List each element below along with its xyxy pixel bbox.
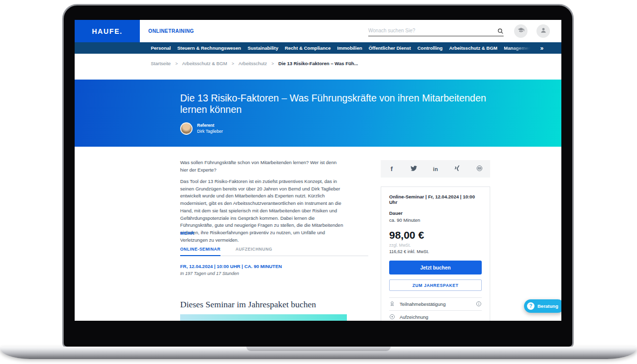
nav-item-arbeitsschutz[interactable]: Arbeitsschutz & BGM — [449, 45, 497, 51]
price-incl-vat: 116,62 € inkl. MwSt. — [389, 249, 482, 254]
tab-aufzeichnung[interactable]: AUFZEICHNUNG — [235, 247, 272, 256]
xing-icon — [454, 165, 461, 174]
referent-label: Referent — [197, 123, 223, 128]
referent-name: Dirk Taglieber — [197, 129, 223, 134]
share-linkedin-button[interactable]: in — [430, 164, 441, 175]
nav-item-oeffentlicher-dienst[interactable]: Öffentlicher Dienst — [369, 45, 411, 51]
nav-item-personal[interactable]: Personal — [151, 45, 171, 51]
share-email-button[interactable] — [474, 164, 485, 175]
account-button[interactable] — [536, 24, 550, 38]
main-nav: Personal Steuern & Rechnungswesen Sustai… — [75, 42, 561, 54]
referent-avatar — [180, 122, 193, 135]
consult-button[interactable]: ? Beratung — [524, 299, 561, 313]
linkedin-icon: in — [433, 166, 438, 172]
session-countdown: In 197 Tagen und 17 Stunden — [180, 271, 239, 276]
feature-label: Aufzeichnung — [400, 314, 482, 320]
search-input[interactable] — [368, 28, 497, 33]
share-twitter-button[interactable] — [408, 164, 419, 175]
haufe-logo[interactable]: Haufe. — [75, 20, 140, 42]
referent-row: Referent Dirk Taglieber — [180, 122, 223, 135]
more-link[interactable]: MEHR — [180, 231, 195, 236]
annual-package-button[interactable]: ZUM JAHRESPAKET — [389, 279, 482, 291]
facebook-icon: f — [391, 165, 393, 173]
breadcrumb-separator: > — [175, 61, 178, 66]
nav-item-steuern[interactable]: Steuern & Rechnungswesen — [177, 45, 241, 51]
article-intro: Was sollen Führungskräfte schon von Mita… — [180, 159, 345, 174]
twitter-icon — [411, 165, 417, 174]
page-title: Die 13 Risiko-Faktoren – Was Führungskrä… — [180, 92, 499, 115]
share-bar: f in — [381, 160, 490, 178]
seminar-tabs: ONLINE-SEMINAR AUFZEICHNUNG — [180, 247, 368, 256]
question-circle-icon: ? — [527, 302, 534, 310]
feature-list: Teilnahmebestätigung Aufzeichnung — [389, 297, 482, 321]
search-bar — [368, 25, 504, 36]
tab-online-seminar[interactable]: ONLINE-SEMINAR — [180, 247, 220, 256]
breadcrumb-separator: > — [271, 61, 274, 66]
feature-row-aufzeichnung: Aufzeichnung — [389, 310, 482, 321]
academy-button[interactable] — [514, 24, 528, 38]
breadcrumb-separator: > — [231, 61, 234, 66]
nav-item-recht[interactable]: Recht & Compliance — [285, 45, 330, 51]
breadcrumb-arbeitsschutz[interactable]: Arbeitsschutz — [238, 61, 267, 66]
hero-banner: Die 13 Risiko-Faktoren – Was Führungskrä… — [75, 80, 561, 147]
vat-note: zzgl. MwSt. — [389, 243, 482, 248]
laptop-base-notch — [246, 347, 391, 351]
price: 98,00 € — [389, 229, 482, 241]
nav-item-controlling[interactable]: Controlling — [418, 45, 443, 51]
referent-text: Referent Dirk Taglieber — [197, 123, 223, 134]
nav-item-sustainability[interactable]: Sustainability — [247, 45, 278, 51]
booking-session-summary: Online-Seminar | Fr, 12.04.2024 | 10:00 … — [389, 194, 482, 205]
article-body: Das Tool der 13 Risiko-Faktoren ist ein … — [180, 178, 345, 244]
email-icon — [476, 165, 483, 174]
search-icon[interactable] — [497, 27, 504, 34]
package-section-heading: Dieses Seminar im Jahrespaket buchen — [180, 299, 316, 310]
record-icon — [389, 313, 395, 321]
nav-item-management[interactable]: Management — [504, 45, 533, 51]
feature-label: Teilnahmebestätigung — [400, 301, 471, 307]
graduation-cap-icon — [518, 27, 525, 36]
duration-label: Dauer — [389, 210, 482, 216]
nav-overflow-chevron-icon[interactable]: » — [540, 45, 544, 52]
package-teaser-banner — [180, 314, 347, 321]
breadcrumb-arbeitsschutz-bgm[interactable]: Arbeitsschutz & BGM — [182, 61, 227, 66]
share-facebook-button[interactable]: f — [386, 164, 397, 175]
booking-box: Online-Seminar | Fr, 12.04.2024 | 10:00 … — [381, 186, 490, 321]
info-icon[interactable] — [476, 300, 482, 309]
book-now-button[interactable]: Jetzt buchen — [389, 261, 482, 274]
portal-label: ONLINETRAINING — [148, 20, 194, 42]
breadcrumb-current: Die 13 Risiko-Faktoren – Was Füh... — [278, 61, 358, 66]
nav-item-immobilien[interactable]: Immobilien — [337, 45, 362, 51]
share-xing-button[interactable] — [452, 164, 463, 175]
breadcrumb: Startseite > Arbeitsschutz & BGM > Arbei… — [151, 61, 358, 66]
feature-row-teilnahmebestaetigung: Teilnahmebestätigung — [389, 297, 482, 310]
duration-value: ca. 90 Minuten — [389, 217, 482, 223]
award-icon — [389, 300, 395, 309]
session-date-line: FR, 12.04.2024 | 10:00 UHR | CA. 90 MINU… — [180, 264, 282, 269]
page: Haufe. ONLINETRAINING — [0, 0, 637, 364]
browser-viewport: Haufe. ONLINETRAINING — [75, 20, 561, 321]
breadcrumb-startseite[interactable]: Startseite — [151, 61, 171, 66]
user-icon — [540, 27, 547, 36]
haufe-logo-text: Haufe. — [92, 27, 123, 35]
consult-button-label: Beratung — [537, 303, 558, 309]
site-header: Haufe. ONLINETRAINING — [75, 20, 561, 42]
